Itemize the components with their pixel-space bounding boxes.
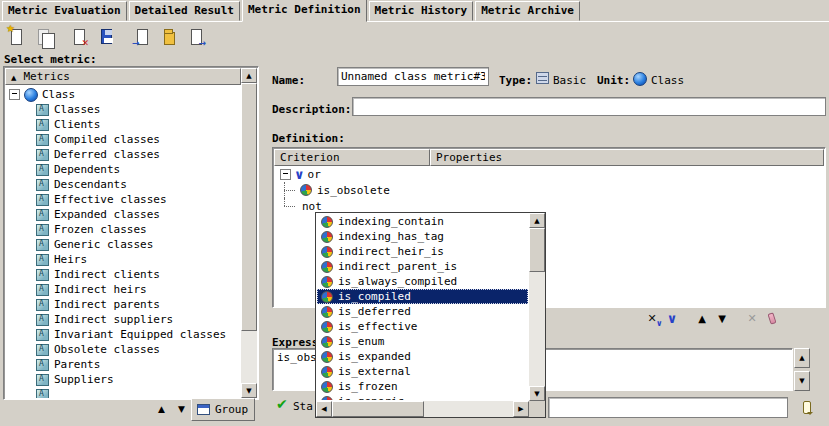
move-criterion-up-button[interactable] [692, 309, 712, 327]
criterion-dropdown-list: indexing_contain indexing_has_tag indire… [317, 214, 528, 400]
new-metric-button[interactable]: ★ [4, 25, 29, 48]
metric-tree-item[interactable]: Descendants [5, 177, 241, 192]
tab-label: Metric Archive [481, 4, 574, 17]
group-icon [197, 404, 210, 415]
move-metric-down-button[interactable]: ▼ [173, 400, 190, 418]
scroll-down-icon[interactable]: ▼ [241, 383, 257, 398]
erase-definition-button[interactable] [762, 309, 782, 327]
criterion-icon [321, 261, 333, 273]
criterion-option[interactable]: is_external [317, 364, 528, 379]
scroll-left-icon[interactable]: ◀ [316, 401, 332, 417]
scroll-up-icon[interactable]: ▲ [529, 213, 545, 228]
criterion-option-label: is_frozen [338, 380, 398, 393]
metric-tree-item[interactable]: Deferred classes [5, 147, 241, 162]
metric-tree-item[interactable]: Classes [5, 102, 241, 117]
move-metric-up-button[interactable]: ▲ [153, 400, 170, 418]
scrollbar-thumb[interactable] [332, 401, 424, 417]
metric-tree-item[interactable]: Parents [5, 357, 241, 372]
scroll-up-icon[interactable]: ▲ [241, 68, 257, 83]
change-operator-button[interactable] [642, 309, 662, 327]
criterion-option[interactable]: is_generic [317, 394, 528, 400]
criterion-option[interactable]: is_effective [317, 319, 528, 334]
metric-tree-item[interactable]: Expanded classes [5, 207, 241, 222]
criterion-option[interactable]: indexing_has_tag [317, 229, 528, 244]
comment-button[interactable] [796, 399, 818, 418]
metric-tree-item[interactable]: Indirect heirs [5, 282, 241, 297]
scroll-up-icon[interactable]: ▲ [794, 348, 810, 368]
metric-tree-item[interactable] [5, 387, 241, 398]
metric-tree-item[interactable]: Indirect clients [5, 267, 241, 282]
metric-tree-item[interactable]: Suppliers [5, 372, 241, 387]
tab[interactable]: Metric Archive [475, 1, 580, 21]
criterion-row-is-obsolete[interactable]: is_obsolete [274, 182, 824, 198]
criterion-option-label: indirect_parent_is [338, 260, 457, 273]
move-criterion-down-button[interactable] [712, 309, 732, 327]
save-metric-button[interactable] [94, 25, 119, 48]
criterion-option[interactable]: is_enum [317, 334, 528, 349]
metric-tree-item[interactable]: Invariant Equipped classes [5, 327, 241, 342]
bottom-filter-input[interactable] [548, 397, 788, 418]
metric-tree-item[interactable]: Frozen classes [5, 222, 241, 237]
metric-tree-item[interactable]: Generic classes [5, 237, 241, 252]
tab[interactable]: Detailed Result [129, 1, 240, 21]
tab-label: Metric History [375, 4, 468, 17]
metric-tree-root[interactable]: Class [5, 87, 241, 102]
comment-bubble-icon [803, 401, 811, 414]
scroll-down-icon[interactable]: ▼ [794, 371, 810, 391]
metric-tool-window: Metric Evaluation Detailed Result Metric… [0, 0, 829, 426]
metric-tree-item[interactable]: Clients [5, 117, 241, 132]
metric-tree-item-label: Suppliers [54, 373, 114, 386]
name-label: Name: [272, 74, 305, 87]
scrollbar-thumb[interactable] [529, 228, 545, 272]
criterion-icon [321, 396, 333, 401]
or-criterion-button[interactable] [662, 309, 682, 327]
criterion-option[interactable]: is_always_compiled [317, 274, 528, 289]
metric-tree-item-label: Obsolete classes [54, 343, 160, 356]
collapse-expander-icon[interactable] [9, 89, 20, 100]
metrics-column-header[interactable]: Metrics [5, 68, 241, 85]
metric-tree-item[interactable]: Dependents [5, 162, 241, 177]
description-input[interactable] [352, 97, 826, 116]
scroll-down-icon[interactable]: ▼ [529, 386, 545, 401]
metric-tree-root-label: Class [42, 88, 75, 101]
scroll-right-icon[interactable]: ▶ [513, 401, 529, 417]
metric-tree-item[interactable]: Effective classes [5, 192, 241, 207]
open-metrics-folder-button[interactable] [157, 25, 182, 48]
scrollbar-thumb[interactable] [241, 83, 257, 331]
criterion-option[interactable]: is_deferred [317, 304, 528, 319]
metric-tree-item[interactable]: Heirs [5, 252, 241, 267]
tab[interactable]: Metric Definition [242, 0, 367, 22]
metric-name-input[interactable] [337, 67, 489, 86]
criterion-row-or[interactable]: or [274, 166, 824, 182]
metric-tree-item[interactable]: Indirect suppliers [5, 312, 241, 327]
tab[interactable]: Metric Evaluation [2, 1, 127, 21]
tab[interactable]: Metric History [369, 1, 474, 21]
dropdown-vertical-scrollbar[interactable]: ▲ ▼ [529, 213, 545, 401]
metric-icon [36, 314, 49, 326]
expression-scrollbar[interactable]: ▲ ▼ [794, 348, 810, 391]
criterion-dropdown: indexing_contain indexing_has_tag indire… [315, 212, 546, 418]
import-metric-button[interactable]: → [130, 25, 155, 48]
metric-list-scrollbar[interactable]: ▲ ▼ [241, 68, 257, 398]
collapse-expander-icon[interactable] [280, 169, 291, 180]
metric-tree-item[interactable]: Obsolete classes [5, 342, 241, 357]
criterion-option-label: is_expanded [338, 350, 411, 363]
criterion-option[interactable]: is_compiled [317, 289, 528, 304]
copy-metric-button[interactable] [31, 25, 56, 48]
metric-tree-item[interactable]: Compiled classes [5, 132, 241, 147]
export-metric-button[interactable]: → [184, 25, 209, 48]
criterion-option[interactable]: indirect_parent_is [317, 259, 528, 274]
remove-criterion-button[interactable] [742, 309, 762, 327]
class-unit-icon [633, 72, 647, 86]
criterion-option[interactable]: indexing_contain [317, 214, 528, 229]
metric-tree-item[interactable]: Indirect parents [5, 297, 241, 312]
criterion-option[interactable]: indirect_heir_is [317, 244, 528, 259]
dropdown-horizontal-scrollbar[interactable]: ◀ ▶ [316, 401, 529, 417]
criterion-option[interactable]: is_frozen [317, 379, 528, 394]
properties-column-header[interactable]: Properties [430, 149, 824, 166]
group-button[interactable]: Group [191, 398, 255, 421]
criterion-option-label: indexing_contain [338, 215, 444, 228]
criterion-column-header[interactable]: Criterion [274, 149, 430, 166]
delete-metric-button[interactable]: ✕ [67, 25, 92, 48]
criterion-option[interactable]: is_expanded [317, 349, 528, 364]
